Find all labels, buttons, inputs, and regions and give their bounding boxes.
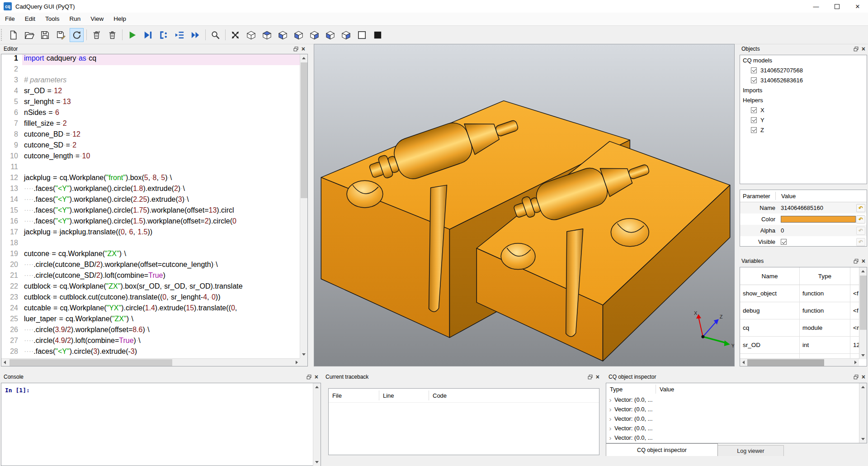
code-line-7[interactable]: 7fillet_size·=·2	[1, 119, 300, 130]
console[interactable]: In [1]:	[1, 383, 321, 466]
visibility-checkbox[interactable]	[751, 127, 757, 133]
property-row-color[interactable]: Color↶	[740, 214, 867, 225]
wireframe-view-button[interactable]	[355, 28, 369, 42]
toolbar-drag-handle[interactable]	[1, 29, 4, 41]
menu-file[interactable]: File	[0, 13, 20, 25]
code-editor[interactable]: 1import·cadquery·as·cq23# parameters4sr_…	[1, 54, 308, 366]
tree-group-helpers[interactable]: Helpers	[740, 95, 867, 105]
float-panel-icon[interactable]	[854, 375, 859, 380]
tree-group-imports[interactable]: Imports	[740, 85, 867, 95]
code-line-22[interactable]: 22cutblock·=·cq.Workplane("ZX").box(sr_O…	[1, 282, 300, 293]
3d-viewport[interactable]: X Z Y	[314, 44, 735, 366]
code-line-6[interactable]: 6nSides·=·6	[1, 109, 300, 119]
code-line-24[interactable]: 24cutcable·=·cq.Workplane("YX").circle(1…	[1, 304, 300, 315]
menu-edit[interactable]: Edit	[20, 13, 40, 25]
open-script-button[interactable]	[22, 28, 36, 42]
code-line-27[interactable]: 27····.circle(4.9/2).loft(combine=True)·…	[1, 337, 300, 347]
visibility-checkbox[interactable]	[751, 107, 757, 113]
code-line-2[interactable]: 2	[1, 65, 300, 76]
right-view-button[interactable]	[339, 28, 353, 42]
editor-horizontal-scrollbar[interactable]	[1, 358, 300, 366]
inspector-row-2[interactable]: ›Vector: (0.0, ...	[606, 404, 867, 414]
float-panel-icon[interactable]	[588, 375, 593, 380]
left-view-button[interactable]	[323, 28, 337, 42]
continue-button[interactable]	[189, 28, 203, 42]
code-line-3[interactable]: 3# parameters	[1, 76, 300, 87]
float-panel-icon[interactable]	[854, 259, 859, 264]
code-line-25[interactable]: 25luer_taper·=·cq.Workplane("ZX")·\	[1, 315, 300, 326]
code-line-19[interactable]: 19cutcone·=·cq.Workplane("ZX")·\	[1, 250, 300, 261]
render-button[interactable]	[125, 28, 139, 42]
tree-item-Y[interactable]: Y	[740, 115, 867, 125]
property-row-visible[interactable]: Visible↶	[740, 236, 867, 247]
expand-chevron-icon[interactable]: ›	[606, 434, 614, 442]
code-line-26[interactable]: 26····.circle(3.9/2).workplane(offset=8.…	[1, 326, 300, 337]
code-line-5[interactable]: 5sr_lenght·=·13	[1, 98, 300, 109]
clear-all-renders-button[interactable]	[105, 28, 119, 42]
inspector-row-1[interactable]: ›Vector: (0.0, ...	[606, 395, 867, 404]
code-line-20[interactable]: 20····.circle(cutcone_BD/2).workplane(of…	[1, 261, 300, 271]
undo-icon[interactable]: ↶	[856, 227, 865, 235]
save-as-script-button[interactable]	[54, 28, 68, 42]
expand-chevron-icon[interactable]: ›	[606, 424, 614, 432]
float-panel-icon[interactable]	[854, 47, 859, 52]
code-line-12[interactable]: 12jackplug·=·cq.Workplane("front").box(5…	[1, 174, 300, 185]
visible-checkbox[interactable]	[781, 239, 787, 245]
tree-item-Z[interactable]: Z	[740, 125, 867, 135]
variable-row-debug[interactable]: debugfunction<f	[740, 302, 859, 319]
property-row-name[interactable]: Name3140646685160↶	[740, 202, 867, 214]
tree-item-3140652683616[interactable]: 3140652683616	[740, 75, 867, 85]
code-line-4[interactable]: 4sr_OD·=·12	[1, 87, 300, 98]
color-swatch[interactable]	[781, 216, 856, 223]
editor-vertical-scrollbar[interactable]	[300, 54, 307, 358]
close-panel-icon[interactable]: ×	[862, 259, 865, 264]
clear-current-render-button[interactable]	[90, 28, 104, 42]
close-panel-icon[interactable]: ×	[862, 47, 865, 52]
toggle-breakpoint-button[interactable]	[157, 28, 171, 42]
undo-icon[interactable]: ↶	[856, 215, 865, 223]
menu-help[interactable]: Help	[108, 13, 131, 25]
fit-view-button[interactable]	[228, 28, 242, 42]
code-line-15[interactable]: 15····.faces("<Y").workplane().circle(1.…	[1, 206, 300, 217]
expand-chevron-icon[interactable]: ›	[606, 396, 614, 404]
code-line-11[interactable]: 11	[1, 163, 300, 174]
code-line-17[interactable]: 17jackplug·=·jackplug.translate((0,·6,·1…	[1, 228, 300, 239]
variables-horizontal-scrollbar[interactable]	[740, 358, 859, 366]
tree-item-3140652707568[interactable]: 3140652707568	[740, 65, 867, 75]
close-button[interactable]: ✕	[847, 0, 868, 13]
inspector-row-3[interactable]: ›Vector: (0.0, ...	[606, 414, 867, 423]
debug-button[interactable]	[141, 28, 155, 42]
shaded-view-button[interactable]	[371, 28, 385, 42]
code-line-28[interactable]: 28····.faces("<Y").circle(3).extrude(-3)	[1, 347, 300, 358]
front-view-button[interactable]	[292, 28, 306, 42]
code-line-16[interactable]: 16····.faces("<Y").workplane().circle(1.…	[1, 217, 300, 228]
code-line-18[interactable]: 18	[1, 239, 300, 250]
autoreload-button[interactable]	[70, 28, 84, 42]
code-line-13[interactable]: 13····.faces("<Y").workplane().circle(1.…	[1, 185, 300, 195]
property-row-alpha[interactable]: Alpha0↶	[740, 225, 867, 236]
code-line-23[interactable]: 23cutblock·=·cutblock.cut(cutcone).trans…	[1, 293, 300, 304]
tree-item-X[interactable]: X	[740, 105, 867, 115]
expand-chevron-icon[interactable]: ›	[606, 415, 614, 423]
visibility-checkbox[interactable]	[751, 67, 757, 73]
menu-run[interactable]: Run	[65, 13, 86, 25]
variables-vertical-scrollbar[interactable]	[859, 267, 867, 359]
variable-row-show_object[interactable]: show_objectfunction<f	[740, 285, 859, 302]
float-panel-icon[interactable]	[307, 375, 311, 380]
menu-tools[interactable]: Tools	[40, 13, 65, 25]
visibility-checkbox[interactable]	[751, 117, 757, 123]
close-panel-icon[interactable]: ×	[596, 375, 599, 380]
undo-icon[interactable]: ↶	[856, 204, 865, 212]
float-panel-icon[interactable]	[293, 47, 298, 52]
inspect-object-button[interactable]	[208, 28, 222, 42]
inspector-vertical-scrollbar[interactable]	[859, 383, 867, 443]
code-line-9[interactable]: 9cutcone_SD·=·2	[1, 141, 300, 152]
code-line-14[interactable]: 14····.faces("<Y").workplane().circle(2.…	[1, 195, 300, 206]
back-view-button[interactable]	[307, 28, 321, 42]
code-line-10[interactable]: 10cutcone_length·=·10	[1, 152, 300, 163]
maximize-button[interactable]	[826, 0, 847, 13]
undo-icon[interactable]: ↶	[856, 238, 865, 246]
console-vertical-scrollbar[interactable]	[313, 383, 321, 466]
tab-cq-object-inspector[interactable]: CQ object inspector	[606, 443, 718, 456]
code-line-21[interactable]: 21····.circle(cutcone_SD/2).loft(combine…	[1, 271, 300, 282]
